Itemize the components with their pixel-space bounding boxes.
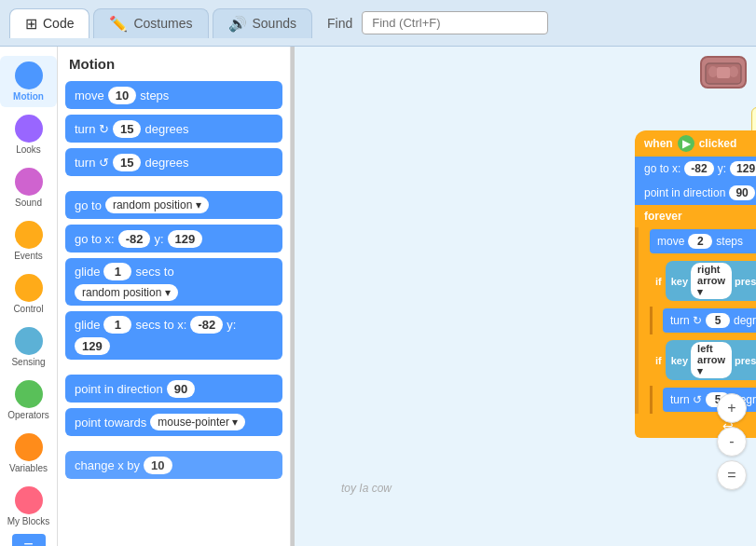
c-indent-5 [635,386,650,414]
svg-rect-3 [717,67,730,78]
sidebar-item-sensing[interactable]: Sensing [0,321,57,373]
block-move[interactable]: move 10 steps [65,81,282,109]
when-label: when [644,137,673,150]
hat-block[interactable]: when ▶ clicked [635,130,756,157]
sidebar-item-sound-label: Sound [15,198,42,208]
tab-sounds[interactable]: 🔊 Sounds [213,8,312,38]
block-gotoxy[interactable]: go to x: -82 y: 129 [65,225,282,253]
tab-costumes-label: Costumes [133,16,192,31]
block-goto-random[interactable]: go to random position ▾ [65,191,282,219]
sound-circle [15,168,43,196]
canvas-area: ✕ facing to the right ✕ it will forever … [295,47,756,546]
c-indent-3 [635,307,650,334]
sidebar-item-operators[interactable]: Operators [0,375,57,426]
find-input[interactable] [362,11,548,34]
bottom-nav-icon[interactable]: ≡ [12,534,46,546]
move-block[interactable]: move 2 steps [650,229,756,253]
sounds-icon: 🔊 [228,15,247,33]
tab-costumes[interactable]: ✏️ Costumes [93,8,208,38]
sidebar-item-variables-label: Variables [9,463,48,473]
header: ⊞ Code ✏️ Costumes 🔊 Sounds Find [0,0,756,47]
forever-block[interactable]: forever [635,205,756,227]
sprite-icon [700,56,747,89]
zoom-in-button[interactable]: + [717,393,747,423]
block-glide-xy[interactable]: glide 1 secs to x: -82 y: 129 [65,311,282,360]
sidebar-item-motion[interactable]: Motion [0,56,57,107]
sidebar-item-events[interactable]: Events [0,215,57,266]
sidebar-item-looks[interactable]: Looks [0,109,57,160]
sidebar-item-operators-label: Operators [7,410,48,420]
zoom-reset-button[interactable]: = [717,460,747,490]
operators-circle [15,380,43,408]
sidebar: Motion Looks Sound Events Control Sensin… [0,47,58,546]
zoom-controls: + - = [717,393,747,490]
if-left-block[interactable]: if key left arrow ▾ pressed? then [650,336,756,384]
if-right-block[interactable]: if key right arrow ▾ pressed? then [650,257,756,305]
blocks-panel: Motion move 10 steps turn ↻ 15 degrees t… [58,47,291,546]
sensing-circle [15,327,43,355]
svg-point-1 [708,66,718,77]
c-indent-1 [635,227,650,255]
key-dropdown-right[interactable]: key right arrow ▾ pressed? [666,261,756,301]
c-indent-2 [635,255,650,307]
main-block-group: when ▶ clicked go to x: -82 y: 129 point… [635,130,756,438]
point-dir-block[interactable]: point in direction 90 [635,181,756,205]
sidebar-item-myblocks[interactable]: My Blocks [0,481,57,532]
sidebar-item-sound[interactable]: Sound [0,162,57,213]
events-circle [15,221,43,249]
sidebar-item-sensing-label: Sensing [11,357,45,367]
sprite-svg [704,60,743,86]
gotoxy-block[interactable]: go to x: -82 y: 129 [635,157,756,181]
tab-code[interactable]: ⊞ Code [9,8,89,38]
main-area: Motion Looks Sound Events Control Sensin… [0,47,756,546]
code-icon: ⊞ [25,15,37,33]
c-indent-3b [650,307,663,334]
block-turn-ccw[interactable]: turn ↺ 15 degrees [65,148,282,176]
sidebar-item-variables[interactable]: Variables [0,428,57,479]
zoom-out-button[interactable]: - [717,427,747,457]
sidebar-item-events-label: Events [14,251,43,261]
block-point-towards[interactable]: point towards mouse-pointer ▾ [65,408,282,436]
block-change-x[interactable]: change x by 10 [65,451,282,479]
sidebar-item-control-label: Control [13,304,43,314]
c-indent-4 [635,334,650,386]
svg-point-2 [729,66,738,77]
find-label: Find [327,16,352,31]
myblocks-circle [15,486,43,514]
key-dropdown-left[interactable]: key left arrow ▾ pressed? [666,340,756,380]
tab-code-label: Code [43,16,74,31]
control-circle [15,274,43,302]
turn-cw-block[interactable]: turn ↻ 5 degrees [663,308,756,333]
clicked-label: clicked [699,137,737,150]
c-indent-5b [650,386,663,414]
variables-circle [15,433,43,461]
green-flag-icon: ▶ [678,135,694,152]
blocks-panel-title: Motion [65,56,282,72]
block-glide-random[interactable]: glide 1 secs to random position ▾ [65,258,282,306]
sidebar-item-control[interactable]: Control [0,268,57,320]
toy-ia-cow-label: toy Ia cow [341,482,392,495]
costumes-icon: ✏️ [109,15,128,33]
sidebar-item-myblocks-label: My Blocks [7,516,50,526]
block-turn-cw[interactable]: turn ↻ 15 degrees [65,115,282,143]
sidebar-item-motion-label: Motion [13,91,44,102]
looks-circle [15,115,43,143]
tab-sounds-label: Sounds [253,16,296,31]
sidebar-item-looks-label: Looks [16,144,41,155]
motion-circle [15,61,43,89]
block-point-dir[interactable]: point in direction 90 [65,375,282,403]
